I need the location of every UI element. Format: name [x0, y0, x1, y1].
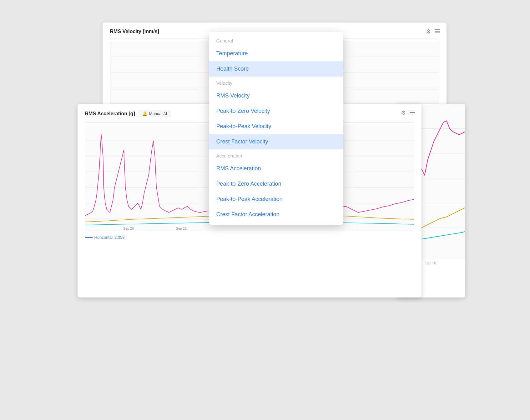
dropdown-item-2-1[interactable]: Peak-to-Zero Acceleration [209, 176, 343, 192]
gear-icon-mid[interactable]: ⚙ [401, 109, 406, 116]
dropdown-item-2-3[interactable]: Crest Factor Acceleration [209, 207, 343, 222]
dropdown-item-1-2[interactable]: Peak-to-Peak Velocity [209, 119, 343, 134]
dropdown-section-header-0: General [209, 34, 343, 46]
dropdown-item-0-1[interactable]: Health Score [209, 61, 343, 77]
dropdown-item-1-3[interactable]: Crest Factor Velocity [209, 134, 343, 149]
dropdown-item-2-2[interactable]: Peak-to-Peak Acceleration [209, 192, 343, 207]
alert-badge: 🔔 Manual Al [139, 110, 170, 117]
dropdown-section-header-2: Acceleration [209, 149, 343, 161]
dropdown-section-header-1: Velocity [209, 77, 343, 88]
dropdown-menu: GeneralTemperatureHealth ScoreVelocityRM… [209, 32, 343, 225]
gear-icon[interactable]: ⚙ [426, 28, 431, 35]
chart-footer: Horizontal 2.058 [85, 235, 414, 240]
footer-legend: Horizontal [94, 235, 113, 240]
dropdown-item-2-0[interactable]: RMS Acceleration [209, 161, 343, 176]
mid-card-title: RMS Acceleration [g] [85, 111, 135, 117]
dropdown-item-1-0[interactable]: RMS Velocity [209, 88, 343, 103]
bell-icon: 🔔 [142, 111, 147, 116]
dropdown-item-1-1[interactable]: Peak-to-Zero Velocity [209, 103, 343, 119]
menu-icon[interactable] [435, 29, 440, 33]
dropdown-item-0-0[interactable]: Temperature [209, 46, 343, 61]
svg-text:Sep 22: Sep 22 [176, 227, 187, 230]
svg-text:Sep 20: Sep 20 [123, 227, 134, 230]
menu-icon-mid[interactable] [410, 111, 415, 114]
footer-value: 2.058 [114, 235, 125, 240]
alert-label: Manual Al [149, 111, 167, 116]
